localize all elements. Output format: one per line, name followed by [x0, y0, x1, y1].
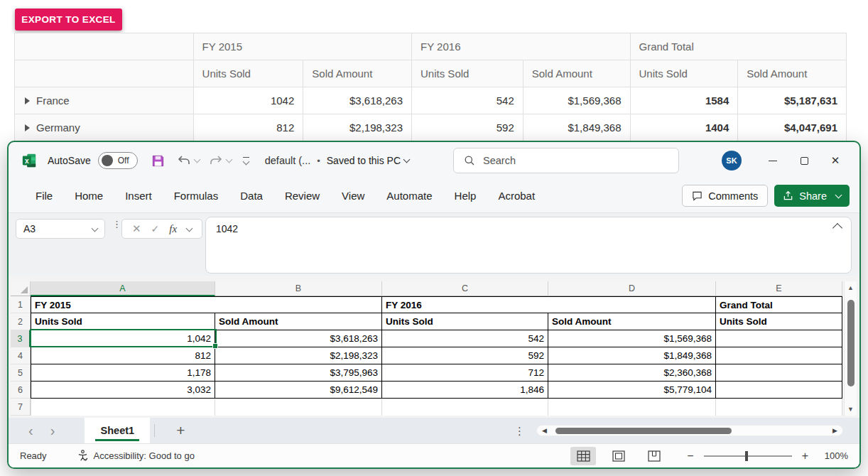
cell[interactable]: $3,618,263	[215, 330, 382, 347]
row-header-5[interactable]: 5	[11, 364, 31, 382]
undo-dropdown-chevron-icon[interactable]	[193, 156, 200, 163]
vertical-scrollbar[interactable]: ▲ ▼	[844, 281, 857, 416]
ribbon-tab-home[interactable]: Home	[75, 190, 103, 202]
prev-sheet-icon[interactable]: ‹	[28, 423, 33, 438]
row-header-4[interactable]: 4	[11, 347, 31, 364]
account-avatar[interactable]: SK	[722, 151, 742, 171]
cell[interactable]: Units Sold	[382, 313, 548, 330]
cell[interactable]: Sold Amount	[548, 313, 716, 330]
close-button[interactable]: ✕	[820, 148, 851, 173]
ribbon-tab-view[interactable]: View	[342, 190, 364, 202]
cell[interactable]	[716, 399, 842, 416]
cell[interactable]	[716, 330, 842, 347]
cell[interactable]	[548, 399, 716, 416]
page-break-preview-button[interactable]	[641, 447, 667, 465]
cell[interactable]: FY 2016	[382, 296, 716, 313]
ribbon-tab-insert[interactable]: Insert	[125, 190, 152, 202]
cell[interactable]: $2,360,368	[548, 364, 716, 382]
ribbon-tab-formulas[interactable]: Formulas	[174, 190, 219, 202]
zoom-slider[interactable]	[704, 455, 792, 457]
new-sheet-button[interactable]: +	[176, 422, 185, 439]
cell[interactable]	[31, 399, 215, 416]
cell[interactable]: Grand Total	[716, 296, 842, 313]
column-header-d[interactable]: D	[548, 281, 716, 296]
cell[interactable]: $1,569,368	[548, 330, 716, 347]
ribbon-tab-file[interactable]: File	[36, 190, 53, 202]
redo-dropdown-chevron-icon[interactable]	[225, 156, 232, 163]
column-header-b[interactable]: B	[215, 281, 382, 296]
cell[interactable]	[215, 399, 382, 416]
ribbon-tab-review[interactable]: Review	[285, 190, 320, 202]
normal-view-button[interactable]	[570, 447, 596, 465]
comments-button[interactable]: Comments	[682, 185, 768, 207]
zoom-level[interactable]: 100%	[818, 450, 848, 461]
zoom-in-button[interactable]: +	[802, 450, 808, 463]
scroll-up-icon[interactable]: ▲	[845, 284, 857, 291]
column-header-c[interactable]: C	[382, 281, 548, 296]
scroll-down-icon[interactable]: ▼	[845, 406, 857, 413]
scroll-left-icon[interactable]: ◀	[542, 427, 547, 434]
share-button[interactable]: Share	[774, 185, 850, 207]
name-box[interactable]: A3	[16, 219, 105, 239]
column-header-e[interactable]: E	[716, 281, 842, 296]
ribbon-tab-help[interactable]: Help	[455, 190, 477, 202]
cell[interactable]: 1,846	[382, 382, 548, 399]
cell[interactable]: 1,042	[31, 330, 215, 347]
save-icon[interactable]	[151, 154, 165, 168]
saved-status[interactable]: Saved to this PC	[327, 155, 401, 166]
select-all-corner[interactable]	[11, 281, 31, 296]
quick-access-toolbar-button[interactable]	[243, 157, 249, 164]
autosave-toggle[interactable]: Off	[98, 152, 138, 169]
horizontal-scrollbar[interactable]: ◀ ▶	[536, 425, 843, 436]
collapse-formula-bar-icon[interactable]	[832, 223, 842, 233]
cancel-entry-icon[interactable]: ✕	[132, 222, 141, 235]
sheet-tab[interactable]: Sheet1	[85, 418, 150, 443]
fx-chevron-icon[interactable]	[186, 225, 193, 232]
formula-input[interactable]: 1042	[205, 217, 852, 274]
redo-button[interactable]	[209, 154, 232, 167]
zoom-out-button[interactable]: −	[687, 450, 693, 463]
export-to-excel-button[interactable]: EXPORT TO EXCEL	[15, 9, 122, 31]
minimize-button[interactable]	[757, 148, 788, 173]
cell[interactable]: 542	[382, 330, 548, 347]
row-header-7[interactable]: 7	[11, 399, 31, 416]
cell[interactable]: 1,178	[31, 364, 215, 382]
document-name[interactable]: default (...	[265, 155, 310, 166]
ribbon-tab-automate[interactable]: Automate	[386, 190, 432, 202]
cell[interactable]	[716, 347, 842, 364]
insert-function-icon[interactable]: fx	[169, 223, 177, 235]
row-header-2[interactable]: 2	[11, 313, 31, 330]
cell[interactable]	[716, 382, 842, 399]
cell[interactable]: $9,612,549	[215, 382, 382, 399]
row-header-6[interactable]: 6	[11, 382, 31, 399]
cell[interactable]	[716, 364, 842, 382]
search-input[interactable]: Search	[453, 148, 679, 173]
cell[interactable]: 3,032	[31, 382, 215, 399]
accessibility-status[interactable]: Accessibility: Good to go	[77, 450, 195, 462]
cell[interactable]: 712	[382, 364, 548, 382]
cell[interactable]: $3,795,963	[215, 364, 382, 382]
confirm-entry-icon[interactable]: ✓	[151, 223, 160, 234]
expand-row-icon[interactable]	[25, 97, 30, 104]
row-header-1[interactable]: 1	[11, 296, 31, 313]
next-sheet-icon[interactable]: ›	[50, 423, 55, 438]
page-layout-view-button[interactable]	[606, 447, 631, 465]
vertical-scroll-thumb[interactable]	[847, 300, 855, 386]
saved-status-chevron-icon[interactable]	[403, 156, 411, 163]
ribbon-tab-acrobat[interactable]: Acrobat	[498, 190, 535, 202]
ribbon-tab-data[interactable]: Data	[240, 190, 263, 202]
zoom-slider-thumb[interactable]	[745, 451, 748, 461]
cell[interactable]: Units Sold	[716, 313, 842, 330]
cell[interactable]: FY 2015	[31, 296, 382, 313]
cell[interactable]: Units Sold	[31, 313, 215, 330]
maximize-button[interactable]	[788, 148, 820, 173]
cell[interactable]: $2,198,323	[215, 347, 382, 364]
scroll-right-icon[interactable]: ▶	[832, 427, 837, 434]
column-header-a[interactable]: A	[31, 281, 215, 296]
cell[interactable]: 812	[31, 347, 215, 364]
cell[interactable]: $5,779,104	[548, 382, 716, 399]
undo-button[interactable]	[177, 154, 200, 167]
expand-row-icon[interactable]	[25, 124, 30, 131]
scrollbar-drag-handle[interactable]: ⋮	[514, 429, 525, 433]
cell[interactable]: 592	[382, 347, 548, 364]
